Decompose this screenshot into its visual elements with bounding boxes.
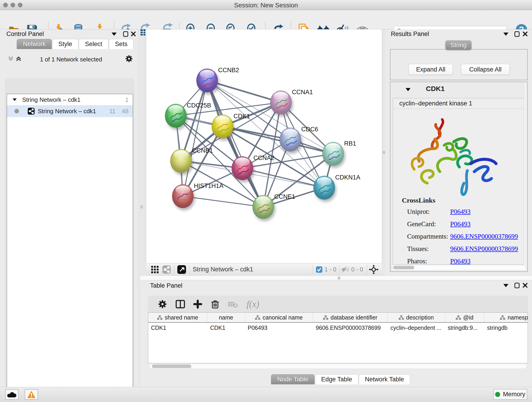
control-panel: Control Panel NetworkStyleSelectSets 1 o… xyxy=(0,29,138,387)
cloud-status-button[interactable] xyxy=(5,389,19,400)
selected-count: 1 - 0 xyxy=(324,266,336,273)
edge[interactable] xyxy=(183,196,263,207)
column-header-shared-name[interactable]: shared name xyxy=(148,313,207,322)
column-header-id[interactable]: @id xyxy=(445,313,484,322)
table-cell[interactable]: P06493 xyxy=(245,325,313,331)
grid-view-icon[interactable] xyxy=(151,266,159,274)
node-ccna1[interactable] xyxy=(270,90,292,114)
table-cell[interactable]: stringdb xyxy=(484,325,528,331)
protein-thumbnail xyxy=(232,157,253,180)
node-rb1[interactable] xyxy=(322,142,344,166)
control-panel-float-icon[interactable] xyxy=(123,31,129,37)
collection-caret-icon[interactable] xyxy=(13,98,17,101)
table-cell[interactable]: stringdb:9... xyxy=(445,325,484,331)
edge[interactable] xyxy=(207,80,281,102)
hidden-eye-slash-icon[interactable] xyxy=(341,266,349,273)
table-panel-close-icon[interactable] xyxy=(522,283,528,288)
crosslink-link[interactable]: 9606.ENSP00000378699 xyxy=(450,245,518,253)
node-label-cdkn1a: CDKN1A xyxy=(335,174,360,181)
crosslinks-list: Uniprot:P06493GeneCard:P06493Compartment… xyxy=(407,208,522,270)
table-horizontal-scrollbar[interactable] xyxy=(149,364,527,369)
node-ccnb2[interactable] xyxy=(196,69,218,92)
collapse-all-button[interactable]: Collapse All xyxy=(461,64,510,75)
column-header-description[interactable]: description xyxy=(388,313,445,322)
control-panel-menu-caret-icon[interactable] xyxy=(112,32,117,36)
tab-node-table[interactable]: Node Table xyxy=(271,374,315,384)
column-header-canonical-name[interactable]: canonical name xyxy=(245,313,313,322)
node-cdc6[interactable] xyxy=(279,128,301,152)
gene-card-content: cyclin–dependent kinase 1 CrossLinks Uni… xyxy=(393,98,525,264)
tab-style[interactable]: Style xyxy=(52,39,78,49)
memory-button[interactable]: Memory xyxy=(493,389,527,400)
gene-symbol: CDK1 xyxy=(426,85,445,93)
node-cdkn1a[interactable] xyxy=(313,176,335,200)
results-horizontal-scrollbar-thumb[interactable] xyxy=(393,266,414,269)
control-panel-close-icon[interactable] xyxy=(131,31,136,37)
crosslinks-header: CrossLinks xyxy=(402,196,435,204)
node-cdc25b[interactable] xyxy=(165,104,186,128)
node-hist1h1a[interactable] xyxy=(172,184,194,208)
table-panel-float-icon[interactable] xyxy=(514,282,520,288)
column-header-database-identifier[interactable]: database identifier xyxy=(313,313,388,322)
warning-status-button[interactable] xyxy=(25,389,38,400)
warning-icon xyxy=(27,390,36,398)
gene-card-caret-icon[interactable] xyxy=(405,88,411,91)
expand-all-networks-icon[interactable] xyxy=(16,56,22,62)
results-panel-float-icon[interactable] xyxy=(514,31,520,37)
tab-network[interactable]: Network xyxy=(17,39,52,49)
table-cell[interactable]: CDK1 xyxy=(207,325,245,331)
network-view-icon[interactable] xyxy=(162,265,171,274)
edge[interactable] xyxy=(183,80,207,196)
crosslink-link[interactable]: P06493 xyxy=(450,257,471,265)
selected-checkbox-icon[interactable] xyxy=(316,266,323,273)
tab-edge-table[interactable]: Edge Table xyxy=(315,374,358,384)
results-panel-title: Results Panel xyxy=(391,31,429,38)
node-ccna2[interactable] xyxy=(232,156,253,180)
column-header-name[interactable]: name xyxy=(207,313,245,322)
results-panel-menu-caret-icon[interactable] xyxy=(503,32,508,36)
tab-sets[interactable]: Sets xyxy=(109,39,133,49)
birdseye-view-icon[interactable] xyxy=(177,265,186,274)
node-table[interactable]: shared namenamecanonical namedatabase id… xyxy=(148,313,528,363)
crosslink-link[interactable]: P06493 xyxy=(450,220,471,228)
results-vertical-scrollbar[interactable] xyxy=(524,83,527,271)
tab-network-table[interactable]: Network Table xyxy=(359,374,410,384)
network-canvas[interactable]: CCNB2CCNA1CDC25BCDK1CDC6RB1CCNB1CCNA2CDK… xyxy=(146,29,382,263)
add-column-icon[interactable] xyxy=(193,299,203,309)
horizontal-splitter-handle[interactable] xyxy=(338,276,340,280)
network-options-gear-icon[interactable] xyxy=(125,55,133,63)
expand-all-button[interactable]: Expand All xyxy=(409,64,453,75)
column-header-namespace[interactable]: namespace xyxy=(484,313,528,322)
show-columns-icon[interactable] xyxy=(176,299,185,309)
table-cell[interactable]: 9606.ENSP00000378699 xyxy=(313,325,388,331)
network-collection-row[interactable]: String Network – cdk1 1 xyxy=(7,94,133,105)
delete-column-trash-icon[interactable] xyxy=(210,299,220,309)
tab-select[interactable]: Select xyxy=(79,39,108,49)
crosslink-link[interactable]: P06493 xyxy=(450,208,471,216)
table-horizontal-scrollbar-thumb[interactable] xyxy=(152,364,191,368)
results-panel-close-icon[interactable] xyxy=(522,31,528,37)
node-cdk1[interactable] xyxy=(212,115,233,138)
horizontal-splitter[interactable] xyxy=(140,275,532,280)
table-row[interactable]: CDK1CDK1P064939606.ENSP00000378699cyclin… xyxy=(148,323,528,333)
table-panel-menu-caret-icon[interactable] xyxy=(503,284,508,287)
table-options-gear-icon[interactable] xyxy=(158,299,167,309)
function-builder-button[interactable]: f(x) xyxy=(247,299,259,309)
table-cell[interactable]: cyclin–dependent ... xyxy=(388,325,445,331)
collapse-all-networks-icon[interactable] xyxy=(8,56,14,62)
left-splitter-handle[interactable] xyxy=(140,205,143,209)
pan-target-icon[interactable] xyxy=(369,265,379,274)
crosslink-link[interactable]: 9606.ENSP00000378699 xyxy=(450,233,518,240)
delete-table-icon[interactable] xyxy=(228,300,238,308)
edge[interactable] xyxy=(242,168,324,188)
table-cell[interactable]: CDK1 xyxy=(148,325,207,331)
crosslink-label: Compartments: xyxy=(407,233,450,240)
toolbar-separator xyxy=(189,265,190,274)
node-ccne1[interactable] xyxy=(253,195,274,219)
node-ccnb1[interactable] xyxy=(170,149,192,173)
network-row[interactable]: String Network – cdk1 11 48 xyxy=(7,105,133,117)
column-header-label: canonical name xyxy=(263,314,303,321)
results-horizontal-scrollbar[interactable] xyxy=(393,265,525,270)
tab-string[interactable]: String xyxy=(445,40,472,50)
right-splitter-handle[interactable] xyxy=(383,151,385,154)
